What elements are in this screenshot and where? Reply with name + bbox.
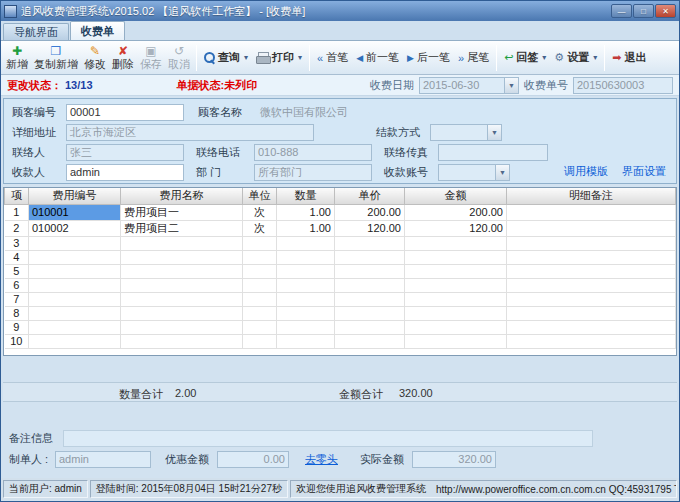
grid-cell[interactable] xyxy=(121,334,243,348)
grid-cell[interactable] xyxy=(121,278,243,292)
grid-cell[interactable] xyxy=(507,236,676,250)
row-number-cell[interactable]: 10 xyxy=(5,334,29,348)
row-number-cell[interactable]: 3 xyxy=(5,236,29,250)
grid-cell[interactable] xyxy=(29,278,121,292)
grid-cell[interactable]: 1.00 xyxy=(277,220,335,236)
account-value[interactable] xyxy=(438,164,495,181)
settings-button[interactable]: ⚙ 设置 ▾ xyxy=(550,43,601,73)
settle-method-combo[interactable]: ▼ xyxy=(430,124,502,141)
round-off-link[interactable]: 去零头 xyxy=(305,452,338,467)
grid-cell[interactable]: 费用项目一 xyxy=(121,204,243,220)
minimize-button[interactable]: — xyxy=(611,4,632,18)
customer-name-field[interactable]: 微软中国有限公司 xyxy=(256,104,456,121)
column-header[interactable]: 数量 xyxy=(277,188,335,204)
grid-cell[interactable] xyxy=(507,334,676,348)
table-row[interactable]: 9 xyxy=(5,320,676,334)
grid-cell[interactable] xyxy=(335,320,405,334)
grid-cell[interactable]: 费用项目二 xyxy=(121,220,243,236)
grid-cell[interactable] xyxy=(277,236,335,250)
grid-cell[interactable] xyxy=(243,278,277,292)
grid-cell[interactable] xyxy=(405,292,507,306)
grid-cell[interactable] xyxy=(121,306,243,320)
grid-cell[interactable] xyxy=(507,204,676,220)
grid-cell[interactable]: 010002 xyxy=(29,220,121,236)
column-header[interactable]: 费用编号 xyxy=(29,188,121,204)
grid-cell[interactable]: 200.00 xyxy=(335,204,405,220)
grid-cell[interactable] xyxy=(507,320,676,334)
grid-cell[interactable] xyxy=(405,320,507,334)
query-button[interactable]: 查询 ▾ xyxy=(200,43,252,73)
grid-cell[interactable]: 1.00 xyxy=(277,204,335,220)
grid-cell[interactable] xyxy=(29,250,121,264)
grid-cell[interactable] xyxy=(243,250,277,264)
grid-cell[interactable] xyxy=(405,306,507,320)
cancel-button[interactable]: ↺ 取消 xyxy=(165,43,193,73)
print-button[interactable]: 打印 ▾ xyxy=(252,43,306,73)
payee-field[interactable]: admin xyxy=(66,164,184,181)
grid-cell[interactable]: 120.00 xyxy=(405,220,507,236)
grid-cell[interactable] xyxy=(335,264,405,278)
table-row[interactable]: 6 xyxy=(5,278,676,292)
modify-button[interactable]: ✎ 修改 xyxy=(81,43,109,73)
ui-settings-link[interactable]: 界面设置 xyxy=(622,164,666,179)
chevron-down-icon[interactable]: ▼ xyxy=(495,164,510,181)
grid-cell[interactable] xyxy=(405,278,507,292)
row-number-cell[interactable]: 5 xyxy=(5,264,29,278)
grid-cell[interactable] xyxy=(243,334,277,348)
grid-cell[interactable] xyxy=(335,334,405,348)
column-header[interactable]: 费用名称 xyxy=(121,188,243,204)
grid-cell[interactable]: 次 xyxy=(243,204,277,220)
grid-cell[interactable] xyxy=(121,250,243,264)
grid-cell[interactable] xyxy=(121,236,243,250)
fax-field[interactable] xyxy=(438,144,548,161)
grid-cell[interactable] xyxy=(405,250,507,264)
table-row[interactable]: 2010002费用项目二次1.00120.00120.00 xyxy=(5,220,676,236)
row-number-cell[interactable]: 9 xyxy=(5,320,29,334)
table-row[interactable]: 5 xyxy=(5,264,676,278)
address-field[interactable]: 北京市海淀区 xyxy=(66,124,314,141)
delete-button[interactable]: ✘ 删除 xyxy=(109,43,137,73)
grid-cell[interactable] xyxy=(29,292,121,306)
grid-cell[interactable] xyxy=(277,292,335,306)
grid-cell[interactable] xyxy=(335,306,405,320)
column-header[interactable]: 项 xyxy=(5,188,29,204)
grid-cell[interactable] xyxy=(277,250,335,264)
remark-field[interactable] xyxy=(63,430,593,447)
row-number-cell[interactable]: 7 xyxy=(5,292,29,306)
grid-cell[interactable] xyxy=(243,320,277,334)
table-row[interactable]: 3 xyxy=(5,236,676,250)
grid-cell[interactable] xyxy=(507,220,676,236)
table-row[interactable]: 10 xyxy=(5,334,676,348)
grid-cell[interactable] xyxy=(405,236,507,250)
row-number-cell[interactable]: 6 xyxy=(5,278,29,292)
department-field[interactable]: 所有部门 xyxy=(254,164,372,181)
grid-cell[interactable] xyxy=(277,334,335,348)
grid-cell[interactable] xyxy=(121,292,243,306)
chevron-down-icon[interactable]: ▼ xyxy=(504,77,519,94)
grid-cell[interactable] xyxy=(277,278,335,292)
row-number-cell[interactable]: 8 xyxy=(5,306,29,320)
grid-cell[interactable] xyxy=(277,306,335,320)
contact-field[interactable]: 张三 xyxy=(66,144,184,161)
fee-no-field[interactable]: 20150630003 xyxy=(573,77,673,94)
first-record-button[interactable]: « 首笔 xyxy=(313,43,352,73)
column-header[interactable]: 单位 xyxy=(243,188,277,204)
grid-cell[interactable] xyxy=(29,264,121,278)
account-combo[interactable]: ▼ xyxy=(438,164,510,181)
grid-cell[interactable] xyxy=(29,306,121,320)
grid-cell[interactable] xyxy=(243,264,277,278)
grid-cell[interactable] xyxy=(507,306,676,320)
table-row[interactable]: 1010001费用项目一次1.00200.00200.00 xyxy=(5,204,676,220)
load-template-link[interactable]: 调用模版 xyxy=(564,164,608,179)
actual-amount-field[interactable]: 320.00 xyxy=(412,451,496,468)
sign-back-button[interactable]: ↩ 回签 ▾ xyxy=(500,43,550,73)
grid-cell[interactable] xyxy=(405,334,507,348)
row-number-cell[interactable]: 4 xyxy=(5,250,29,264)
prev-record-button[interactable]: ◀ 前一笔 xyxy=(352,43,403,73)
tab-navigation[interactable]: 导航界面 xyxy=(3,23,69,40)
grid-cell[interactable] xyxy=(29,236,121,250)
grid-cell[interactable] xyxy=(243,236,277,250)
grid-cell[interactable] xyxy=(29,320,121,334)
grid-cell[interactable] xyxy=(335,250,405,264)
column-header[interactable]: 单价 xyxy=(335,188,405,204)
